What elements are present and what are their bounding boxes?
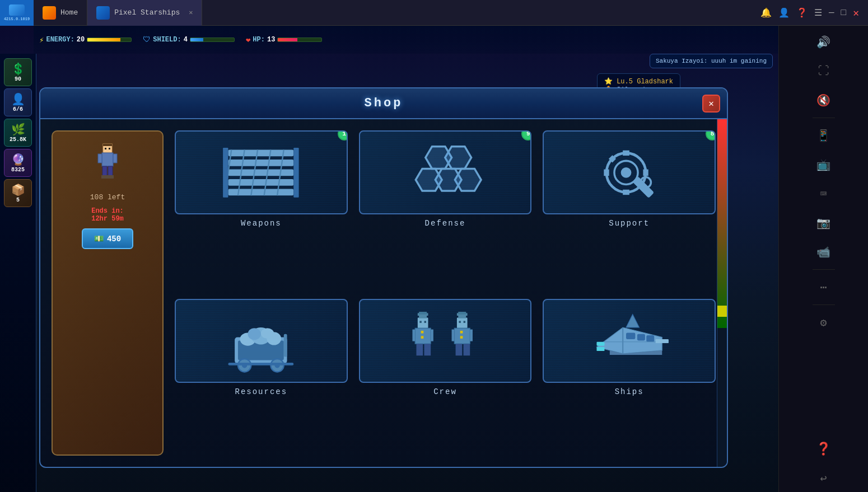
svg-rect-65 — [424, 344, 431, 355]
rp-volume-icon[interactable]: 🔊 — [810, 28, 838, 56]
hp-bar — [277, 38, 322, 42]
shop-item-resources[interactable]: Resources — [175, 299, 348, 456]
tab-pixel-starships[interactable]: Pixel Starships ✕ — [87, 0, 202, 26]
lightning-icon: ⚡ — [39, 35, 44, 45]
sidebar-item-box[interactable]: 📦 5 — [4, 179, 32, 207]
svg-rect-73 — [464, 321, 466, 323]
svg-rect-13 — [228, 169, 294, 176]
purchase-button[interactable]: 💵 450 — [82, 228, 133, 249]
sidebar-item-currency[interactable]: 💲 90 — [4, 58, 32, 86]
svg-rect-75 — [452, 330, 455, 341]
box-icon: 📦 — [11, 183, 25, 197]
svg-rect-63 — [431, 330, 433, 341]
rp-help-icon[interactable]: ❓ — [810, 435, 838, 463]
rp-rotate-icon[interactable]: 📱 — [810, 121, 838, 149]
shop-header: Shop ✕ — [40, 88, 727, 119]
svg-rect-6 — [113, 154, 117, 163]
svg-rect-55 — [228, 363, 294, 366]
svg-rect-86 — [646, 335, 654, 342]
avatar-value: 6/6 — [13, 106, 23, 113]
shop-item-support[interactable]: 8 — [543, 130, 716, 288]
close-icon[interactable]: ✕ — [853, 7, 859, 19]
svg-rect-21 — [223, 148, 228, 198]
sidebar-item-gem[interactable]: 🔮 8325 — [4, 149, 32, 177]
shop-close-button[interactable]: ✕ — [702, 95, 720, 113]
weapons-icon-svg — [193, 140, 329, 205]
tab-home[interactable]: Home — [34, 0, 87, 26]
support-icon-svg — [561, 140, 698, 205]
rp-tv-icon[interactable]: 📺 — [810, 151, 838, 179]
svg-rect-77 — [456, 344, 463, 355]
svg-rect-67 — [421, 336, 424, 339]
minimize-icon[interactable]: — — [829, 8, 834, 18]
shield-icon: 🛡 — [143, 35, 151, 44]
bluestacks-right-panel: 🔊 ⛶ 🔇 📱 📺 ⌨ 📷 📹 ⋯ ⚙ ❓ ↩ — [778, 0, 868, 492]
rp-mute-icon[interactable]: 🔇 — [810, 86, 838, 114]
defense-image[interactable]: 9 — [359, 130, 532, 214]
rp-camera-icon[interactable]: 📷 — [810, 209, 838, 237]
gem-icon: 🔮 — [11, 153, 25, 167]
svg-rect-12 — [228, 160, 294, 166]
svg-point-35 — [620, 167, 631, 178]
shop-body: 108 left Ends in: 12hr 59m 💵 450 1 — [40, 119, 727, 467]
sidebar-item-crystal[interactable]: 🌿 25.8K — [4, 119, 32, 147]
defense-label: Defense — [425, 219, 466, 228]
sidebar-item-avatar[interactable]: 👤 6/6 — [4, 88, 32, 116]
shield-stat: 🛡 SHIELD: 4 — [143, 35, 235, 44]
defense-badge: 9 — [521, 130, 531, 140]
currency-value: 90 — [15, 76, 21, 82]
help-icon[interactable]: ❓ — [796, 7, 808, 18]
shop-item-crew[interactable]: Crew — [359, 299, 532, 456]
rp-settings-icon[interactable]: ⚙ — [810, 308, 838, 336]
energy-value: 20 — [77, 36, 85, 44]
crew-icon-svg — [377, 308, 514, 373]
hp-value: 13 — [267, 36, 275, 44]
menu-icon[interactable]: ☰ — [814, 7, 822, 18]
svg-rect-88 — [596, 347, 604, 351]
weapons-image[interactable]: 1 — [175, 130, 348, 214]
shield-value: 4 — [184, 36, 188, 44]
rp-fullscreen-icon[interactable]: ⛶ — [810, 57, 838, 85]
svg-rect-22 — [294, 148, 299, 198]
ends-time: 12hr 59m — [91, 215, 124, 223]
ships-label: Ships — [615, 387, 644, 396]
rp-keyboard-icon[interactable]: ⌨ — [810, 180, 838, 208]
game-tab-label: Pixel Starships — [114, 8, 180, 17]
ships-image[interactable] — [543, 299, 716, 383]
rp-divider-3 — [813, 304, 835, 305]
maximize-icon[interactable]: □ — [841, 8, 847, 18]
bluestacks-titlebar: 4215.0.1019 Home Pixel Starships ✕ 🔔 👤 ❓… — [0, 0, 868, 26]
svg-rect-60 — [424, 321, 427, 323]
rp-more-icon[interactable]: ⋯ — [810, 273, 838, 301]
shop-scrollbar[interactable] — [717, 119, 727, 467]
shop-item-ships[interactable]: Ships — [543, 299, 716, 456]
svg-rect-59 — [419, 321, 422, 323]
support-label: Support — [609, 219, 650, 228]
resources-icon-svg — [193, 308, 329, 373]
char-count: 108 left — [90, 193, 125, 202]
support-image[interactable]: 8 — [543, 130, 716, 214]
rp-video-icon[interactable]: 📹 — [810, 238, 838, 266]
svg-rect-4 — [102, 153, 113, 166]
svg-rect-14 — [228, 179, 294, 186]
price-value: 450 — [107, 235, 121, 243]
svg-rect-92 — [655, 339, 668, 343]
notification-icon[interactable]: 🔔 — [760, 7, 772, 18]
svg-point-49 — [248, 328, 261, 340]
energy-label: ENERGY: — [46, 36, 74, 44]
tab-close-icon[interactable]: ✕ — [189, 8, 193, 17]
shop-item-weapons[interactable]: 1 — [175, 130, 348, 288]
svg-rect-78 — [464, 344, 470, 355]
shop-title: Shop — [365, 96, 403, 110]
account-icon[interactable]: 👤 — [778, 7, 790, 18]
rp-back-icon[interactable]: ↩ — [810, 464, 838, 492]
svg-rect-1 — [103, 144, 112, 146]
svg-rect-84 — [626, 332, 635, 339]
resources-image[interactable] — [175, 299, 348, 383]
gem-value: 8325 — [11, 167, 25, 173]
energy-bar-fill — [87, 38, 120, 41]
shop-item-defense[interactable]: 9 — [359, 130, 532, 288]
crystal-icon: 🌿 — [11, 123, 25, 137]
crew-image[interactable] — [359, 299, 532, 383]
box-value: 5 — [16, 197, 20, 203]
